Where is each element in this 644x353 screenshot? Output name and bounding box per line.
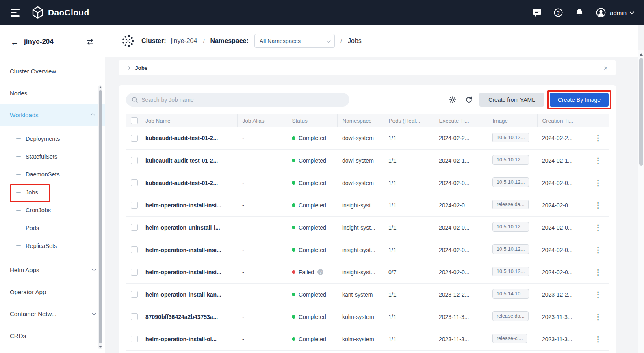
sidebar-item-statefulsets[interactable]: StatefulSets — [0, 148, 105, 166]
creation-time-cell: 2024-02-0... — [537, 239, 588, 261]
daocloud-logo[interactable]: DaoCloud — [32, 6, 89, 19]
sidebar-item-daemonsets[interactable]: DaemonSets — [0, 166, 105, 183]
job-name-link[interactable]: kubeaudit-audit-test-01-2... — [145, 157, 218, 164]
kebab-menu-icon[interactable]: ⋮ — [594, 313, 602, 321]
scroll-up-arrow[interactable] — [99, 86, 102, 88]
close-icon[interactable]: × — [603, 64, 608, 72]
sidebar-scrollbar[interactable] — [98, 85, 102, 349]
execute-time-cell: 2024-02-0... — [434, 194, 488, 216]
job-name-cell: kubeaudit-audit-test-01-2... — [141, 149, 237, 172]
switch-cluster-icon[interactable] — [86, 38, 94, 45]
sidebar-item-replicasets[interactable]: ReplicaSets — [0, 237, 105, 255]
row-checkbox[interactable] — [131, 157, 138, 164]
jobs-collapse-bar[interactable]: Jobs × — [119, 60, 616, 75]
status-cell: Completed — [287, 172, 337, 194]
actions-cell: ⋮ — [588, 127, 609, 149]
sidebar-item-label: StatefulSets — [26, 153, 57, 160]
pods-cell: 1/1 — [384, 216, 434, 239]
search-input[interactable] — [141, 97, 344, 103]
sidebar-item-operator-app[interactable]: Operator App — [0, 281, 105, 303]
back-arrow-icon[interactable]: ← — [11, 38, 19, 46]
job-name-link[interactable]: helm-operation-install-insi... — [145, 247, 221, 253]
daocloud-cube-icon — [32, 6, 44, 19]
actions-cell: ⋮ — [588, 283, 609, 306]
row-checkbox[interactable] — [131, 313, 138, 320]
scroll-up-arrow[interactable] — [640, 53, 643, 56]
user-name: admin — [610, 9, 627, 16]
sidebar-item-workloads[interactable]: Workloads — [0, 104, 105, 126]
job-name-link[interactable]: helm-operation-install-ol... — [145, 336, 217, 342]
row-checkbox[interactable] — [131, 336, 138, 342]
sidebar-item-cronjobs[interactable]: CronJobs — [0, 201, 105, 219]
image-cell: 10.5.14.10... — [488, 283, 537, 306]
bell-icon[interactable] — [575, 8, 584, 17]
kebab-menu-icon[interactable]: ⋮ — [594, 134, 602, 142]
gear-icon[interactable] — [449, 96, 457, 104]
row-checkbox[interactable] — [131, 291, 138, 298]
select-all-checkbox[interactable] — [131, 117, 138, 124]
row-checkbox[interactable] — [131, 224, 138, 231]
job-name-link[interactable]: helm-operation-install-insi... — [145, 269, 221, 276]
kebab-menu-icon[interactable]: ⋮ — [594, 157, 602, 165]
sidebar-item-helm-apps[interactable]: Helm Apps — [0, 259, 105, 281]
user-menu[interactable]: admin — [596, 7, 633, 18]
column-header: Execute Ti... — [434, 114, 488, 127]
create-from-yaml-button[interactable]: Create from YAML — [479, 93, 544, 107]
row-checkbox[interactable] — [131, 135, 138, 142]
sidebar-item-jobs[interactable]: Jobs — [0, 183, 105, 201]
jobs-table: Job NameJob AliasStatusNamespacePods (He… — [126, 114, 609, 351]
image-cell: 10.5.10.12... — [488, 239, 537, 261]
status-cell: Completed — [287, 149, 337, 172]
job-name-link[interactable]: helm-operation-install-kan... — [145, 291, 221, 298]
kebab-menu-icon[interactable]: ⋮ — [594, 335, 602, 343]
status-text: Completed — [299, 202, 326, 209]
row-checkbox[interactable] — [131, 202, 138, 209]
row-select-cell — [126, 194, 141, 216]
kebab-menu-icon[interactable]: ⋮ — [594, 201, 602, 209]
job-name-link[interactable]: kubeaudit-audit-test-01-2... — [145, 135, 218, 141]
create-by-image-button[interactable]: Create By Image — [550, 93, 609, 107]
page-scrollbar[interactable] — [638, 50, 644, 353]
row-checkbox[interactable] — [131, 269, 138, 276]
scrollbar-thumb[interactable] — [639, 58, 643, 166]
scroll-down-arrow[interactable] — [99, 346, 102, 348]
chat-icon[interactable] — [532, 8, 542, 17]
topbar-actions: ? admin — [532, 7, 633, 18]
job-alias-cell: - — [237, 239, 287, 261]
kebab-menu-icon[interactable]: ⋮ — [594, 291, 602, 299]
sidebar-item-label: ReplicaSets — [26, 243, 57, 249]
kebab-menu-icon[interactable]: ⋮ — [594, 179, 602, 187]
breadcrumb-separator: / — [203, 38, 204, 45]
execute-time-cell: 2024-02-2... — [434, 127, 488, 149]
sidebar-item-deployments[interactable]: Deployments — [0, 130, 105, 148]
image-tag: 10.5.10.12... — [492, 155, 529, 165]
help-circle-icon[interactable]: ? — [553, 8, 563, 17]
namespace-select[interactable]: All Namespaces — [254, 34, 335, 48]
job-name-link[interactable]: helm-operation-uninstall-i... — [145, 224, 220, 231]
table-row: 87090bff36424a2b43753a... - Completed ko… — [126, 306, 609, 328]
row-checkbox[interactable] — [131, 179, 138, 186]
table-body: kubeaudit-audit-test-01-2... - Completed… — [126, 127, 609, 350]
sidebar-item-crds[interactable]: CRDs — [0, 325, 105, 347]
job-name-link[interactable]: 87090bff36424a2b43753a... — [145, 314, 218, 320]
hamburger-menu-icon[interactable] — [11, 9, 20, 17]
creation-time-cell: 2024-02-0... — [537, 261, 588, 283]
job-name-link[interactable]: helm-operation-install-insi... — [145, 202, 221, 209]
sidebar-item-container-netw[interactable]: Container Netw... — [0, 303, 105, 325]
toolbar: Create from YAML Create By Image — [126, 93, 609, 107]
sidebar-item-label: Container Netw... — [10, 310, 56, 317]
dash-icon — [16, 156, 21, 157]
job-name-link[interactable]: kubeaudit-audit-test-01-2... — [145, 180, 218, 186]
kebab-menu-icon[interactable]: ⋮ — [594, 246, 602, 254]
sidebar-item-nodes[interactable]: Nodes — [0, 82, 105, 104]
sidebar-item-pods[interactable]: Pods — [0, 219, 105, 237]
refresh-icon[interactable] — [465, 96, 473, 104]
scrollbar-thumb[interactable] — [99, 90, 102, 343]
row-select-cell — [126, 239, 141, 261]
job-alias-cell: - — [237, 328, 287, 350]
kebab-menu-icon[interactable]: ⋮ — [594, 268, 602, 276]
kebab-menu-icon[interactable]: ⋮ — [594, 224, 602, 232]
row-checkbox[interactable] — [131, 246, 138, 253]
help-icon[interactable]: ? — [317, 269, 323, 275]
sidebar-item-cluster-overview[interactable]: Cluster Overview — [0, 60, 105, 82]
